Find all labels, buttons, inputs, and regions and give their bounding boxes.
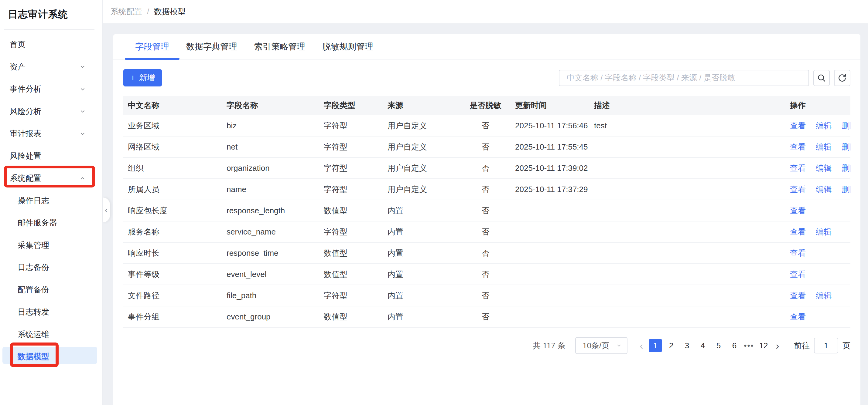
cell-cn-name: 服务名称 <box>123 227 222 237</box>
sidebar-item-assets[interactable]: 资产 <box>0 56 102 78</box>
cell-actions: 查看 编辑 删除 <box>784 121 850 131</box>
search-group <box>559 70 850 86</box>
page-button-3[interactable]: 3 <box>680 339 694 352</box>
view-link[interactable]: 查看 <box>790 206 806 215</box>
col-header-description: 描述 <box>589 100 784 111</box>
col-header-cn-name: 中文名称 <box>123 100 222 111</box>
view-link[interactable]: 查看 <box>790 142 806 151</box>
cell-field-type: 字符型 <box>319 121 383 131</box>
cell-field-type: 数值型 <box>319 205 383 216</box>
view-link[interactable]: 查看 <box>790 164 806 173</box>
refresh-icon <box>838 73 847 82</box>
cell-source: 内置 <box>383 269 460 280</box>
edit-link[interactable]: 编辑 <box>816 291 832 300</box>
view-link[interactable]: 查看 <box>790 291 806 300</box>
sidebar-item-label: 操作日志 <box>18 195 49 206</box>
cell-field-type: 字符型 <box>319 142 383 152</box>
table-row: 响应包长度 response_length 数值型 内置 否 查看 <box>123 200 850 222</box>
content-card: 字段管理 数据字典管理 索引策略管理 脱敏规则管理 + 新增 <box>113 34 860 405</box>
view-link[interactable]: 查看 <box>790 227 806 236</box>
goto-page-input[interactable] <box>814 338 838 353</box>
tab-index-policy-mgmt[interactable]: 索引策略管理 <box>254 34 305 59</box>
search-button[interactable] <box>813 70 830 86</box>
sidebar-item-risk-analysis[interactable]: 风险分析 <box>0 100 102 123</box>
tab-masking-rule-mgmt[interactable]: 脱敏规则管理 <box>322 34 373 59</box>
cell-field-name: organization <box>222 164 319 173</box>
prev-page-button[interactable]: ‹ <box>636 340 648 351</box>
cell-field-name: response_time <box>222 248 319 258</box>
delete-link[interactable]: 删除 <box>842 121 850 130</box>
page-button-6[interactable]: 6 <box>728 339 741 352</box>
sidebar-item-label: 事件分析 <box>10 84 41 94</box>
sidebar-subitem-log-forwarding[interactable]: 日志转发 <box>0 301 102 324</box>
refresh-button[interactable] <box>834 70 850 86</box>
sidebar-item-event-analysis[interactable]: 事件分析 <box>0 78 102 100</box>
sidebar-collapse-handle[interactable]: ‹ <box>103 197 110 223</box>
tab-label: 脱敏规则管理 <box>322 41 373 53</box>
next-page-button[interactable]: › <box>771 340 783 351</box>
cell-source: 内置 <box>383 248 460 259</box>
tab-data-dict-mgmt[interactable]: 数据字典管理 <box>186 34 237 59</box>
cell-actions: 查看 编辑 删除 <box>784 142 850 152</box>
view-link[interactable]: 查看 <box>790 248 806 258</box>
cell-actions: 查看 编辑 <box>784 290 850 301</box>
edit-link[interactable]: 编辑 <box>816 227 832 236</box>
cell-field-type: 字符型 <box>319 184 383 195</box>
search-input[interactable] <box>559 70 809 86</box>
sidebar-item-label: 审计报表 <box>10 128 41 139</box>
page-button-5[interactable]: 5 <box>712 339 725 352</box>
sidebar-subitem-config-backup[interactable]: 配置备份 <box>0 279 102 301</box>
cell-field-type: 数值型 <box>319 248 383 259</box>
tab-label: 数据字典管理 <box>186 41 237 53</box>
breadcrumb-section[interactable]: 系统配置 <box>111 6 142 17</box>
view-link[interactable]: 查看 <box>790 185 806 194</box>
cell-updated: 2025-10-11 17:55:45 <box>510 142 589 152</box>
delete-link[interactable]: 删除 <box>842 164 850 173</box>
view-link[interactable]: 查看 <box>790 270 806 279</box>
chevron-down-icon <box>79 108 86 115</box>
sidebar-item-risk-handling[interactable]: 风险处置 <box>0 145 102 167</box>
edit-link[interactable]: 编辑 <box>816 185 832 194</box>
sidebar-subitem-system-ops[interactable]: 系统运维 <box>0 324 102 346</box>
delete-link[interactable]: 删除 <box>842 185 850 194</box>
col-header-source: 来源 <box>383 100 460 111</box>
sidebar-subitem-log-backup[interactable]: 日志备份 <box>0 256 102 279</box>
cell-actions: 查看 <box>784 248 850 259</box>
tab-field-mgmt[interactable]: 字段管理 <box>135 34 169 59</box>
sidebar-item-label: 采集管理 <box>18 240 49 250</box>
add-button[interactable]: + 新增 <box>123 69 162 87</box>
cell-updated: 2025-10-11 17:37:29 <box>510 185 589 194</box>
edit-link[interactable]: 编辑 <box>816 142 832 151</box>
table-row: 服务名称 service_name 字符型 内置 否 查看 编辑 <box>123 222 850 243</box>
page-ellipsis[interactable]: ••• <box>742 341 756 350</box>
edit-link[interactable]: 编辑 <box>816 121 832 130</box>
view-link[interactable]: 查看 <box>790 312 806 321</box>
cell-source: 用户自定义 <box>383 163 460 173</box>
sidebar-subitem-mail-server[interactable]: 邮件服务器 <box>0 212 102 234</box>
view-link[interactable]: 查看 <box>790 121 806 130</box>
table-row: 事件等级 event_level 数值型 内置 否 查看 <box>123 264 850 285</box>
sidebar-item-home[interactable]: 首页 <box>0 33 102 56</box>
sidebar-item-audit-reports[interactable]: 审计报表 <box>0 123 102 145</box>
page-button-1[interactable]: 1 <box>649 339 662 352</box>
page-button-12[interactable]: 12 <box>757 339 770 352</box>
page-button-2[interactable]: 2 <box>664 339 678 352</box>
tab-label: 字段管理 <box>135 41 169 53</box>
page-button-4[interactable]: 4 <box>696 339 710 352</box>
sidebar-item-system-config[interactable]: 系统配置 <box>0 167 102 190</box>
plus-icon: + <box>130 73 136 82</box>
page-size-select[interactable]: 10条/页 <box>575 337 627 354</box>
delete-link[interactable]: 删除 <box>842 142 850 151</box>
col-header-actions: 操作 <box>784 100 850 111</box>
cell-field-type: 字符型 <box>319 290 383 301</box>
sidebar-menu: 首页 资产 事件分析 风险分析 审计报表 风险处置 <box>0 33 102 368</box>
col-header-masked: 是否脱敏 <box>460 100 510 111</box>
cell-field-type: 字符型 <box>319 163 383 173</box>
edit-link[interactable]: 编辑 <box>816 164 832 173</box>
sidebar-subitem-collection-mgmt[interactable]: 采集管理 <box>0 234 102 257</box>
sidebar-subitem-operation-log[interactable]: 操作日志 <box>0 190 102 212</box>
sidebar-subitem-data-model[interactable]: 数据模型 <box>0 345 102 368</box>
cell-masked: 否 <box>460 311 510 322</box>
sidebar-item-label: 资产 <box>10 62 26 72</box>
table-row: 业务区域 biz 字符型 用户自定义 否 2025-10-11 17:56:46… <box>123 115 850 137</box>
